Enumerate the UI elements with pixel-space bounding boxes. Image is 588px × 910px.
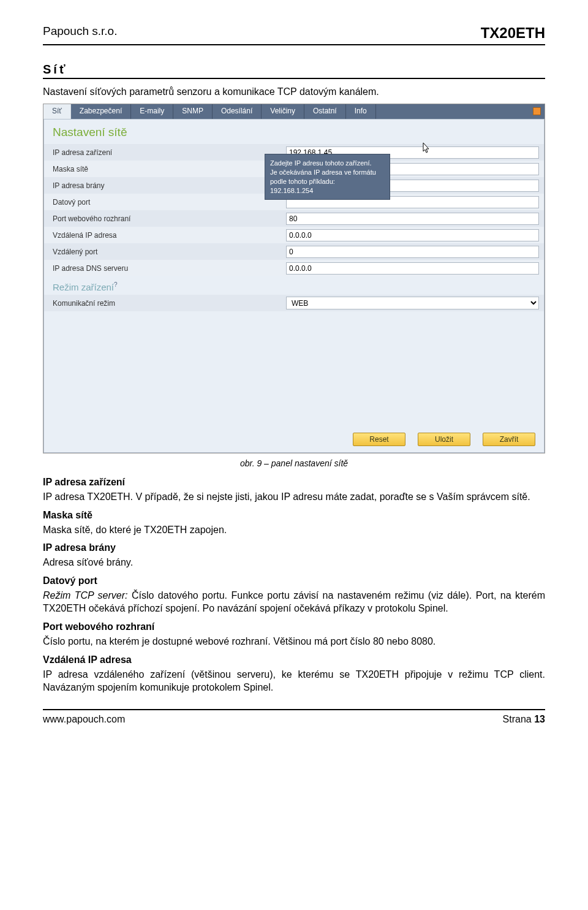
h-datovy-port: Datový port <box>43 575 545 586</box>
h-ip-zarizeni: IP adresa zařízení <box>43 477 545 488</box>
tab-odesilani[interactable]: Odesílání <box>213 104 262 119</box>
settings-panel-screenshot: Síť Zabezpečení E-maily SNMP Odesílání V… <box>43 104 545 453</box>
tab-info[interactable]: Info <box>346 104 376 119</box>
panel-title: Nastavení sítě <box>44 119 544 144</box>
label-vzdalena-ip: Vzdálená IP adresa <box>44 231 286 240</box>
label-komunikacni-rezim: Komunikační režim <box>44 299 286 308</box>
tooltip-line: podle tohoto příkladu: <box>270 177 385 186</box>
p-brana: Adresa síťové brány. <box>43 556 545 569</box>
p-port-web: Číslo portu, na kterém je dostupné webov… <box>43 635 545 648</box>
footer-page: Strana 13 <box>503 714 545 725</box>
h-maska: Maska sítě <box>43 510 545 521</box>
section-heading-sit: Síť <box>43 63 545 79</box>
label-ip-zarizeni: IP adresa zařízení <box>44 148 286 157</box>
input-dns[interactable] <box>286 262 539 275</box>
p-maska: Maska sítě, do které je TX20ETH zapojen. <box>43 523 545 537</box>
h-port-web: Port webového rozhraní <box>43 621 545 632</box>
tab-zabezpeceni[interactable]: Zabezpečení <box>71 104 131 119</box>
p-datovy-port: Režim TCP server: Číslo datového portu. … <box>43 589 545 615</box>
form-rows: IP adresa zařízení Maska sítě IP adresa … <box>44 144 544 276</box>
label-port-web: Port webového rozhraní <box>44 214 286 223</box>
doc-footer: www.papouch.com Strana 13 <box>43 709 545 725</box>
label-ip-brany: IP adresa brány <box>44 181 286 190</box>
p-vzdalena-ip: IP adresa vzdáleného zařízení (většinou … <box>43 668 545 694</box>
button-bar: Reset Uložit Zavřít <box>44 311 544 452</box>
tab-emaily[interactable]: E-maily <box>131 104 173 119</box>
label-datovy-port: Datový port <box>44 198 286 207</box>
doc-header: Papouch s.r.o. TX20ETH <box>43 25 545 45</box>
tooltip-line: Je očekávána IP adresa ve formátu <box>270 168 385 177</box>
tooltip-ip-help: Zadejte IP adresu tohoto zařízení. Je oč… <box>265 154 390 200</box>
tooltip-line: 192.168.1.254 <box>270 186 385 195</box>
select-komunikacni-rezim[interactable]: WEB <box>286 297 539 309</box>
reset-button[interactable]: Reset <box>353 433 405 446</box>
tab-veliciny[interactable]: Veličiny <box>262 104 304 119</box>
label-dns: IP adresa DNS serveru <box>44 264 286 273</box>
input-vzdalena-ip[interactable] <box>286 229 539 241</box>
close-button[interactable]: Zavřít <box>483 433 535 446</box>
footer-site: www.papouch.com <box>43 714 125 725</box>
subtitle-rezim: Režim zařízení? <box>44 276 544 295</box>
tab-ostatni[interactable]: Ostatní <box>304 104 346 119</box>
header-company: Papouch s.r.o. <box>43 25 117 42</box>
tab-snmp[interactable]: SNMP <box>173 104 213 119</box>
save-button[interactable]: Uložit <box>418 433 470 446</box>
h-brana: IP adresa brány <box>43 542 545 553</box>
tooltip-line: Zadejte IP adresu tohoto zařízení. <box>270 159 385 168</box>
label-maska: Maska sítě <box>44 165 286 173</box>
subtitle-sup: ? <box>114 281 118 288</box>
status-indicator-icon <box>533 107 541 115</box>
input-vzdaleny-port[interactable] <box>286 246 539 258</box>
footer-page-num: 13 <box>534 714 545 724</box>
input-port-web[interactable] <box>286 213 539 225</box>
tab-sit[interactable]: Síť <box>43 104 71 119</box>
intro-paragraph: Nastavení síťových parametrů senzoru a k… <box>43 86 545 97</box>
footer-page-label: Strana <box>503 714 532 724</box>
tab-bar: Síť Zabezpečení E-maily SNMP Odesílání V… <box>43 104 545 119</box>
h-vzdalena-ip: Vzdálená IP adresa <box>43 654 545 665</box>
panel-body: Nastavení sítě IP adresa zařízení Maska … <box>43 119 545 453</box>
figure-caption: obr. 9 – panel nastavení sítě <box>43 458 545 468</box>
label-vzdaleny-port: Vzdálený port <box>44 248 286 256</box>
p-dport-prefix: Režim TCP server: <box>43 590 128 601</box>
cursor-icon <box>423 143 431 154</box>
header-product: TX20ETH <box>481 25 545 42</box>
subtitle-text: Režim zařízení <box>53 282 114 292</box>
p-ip-zarizeni: IP adresa TX20ETH. V případě, že si nejs… <box>43 490 545 504</box>
